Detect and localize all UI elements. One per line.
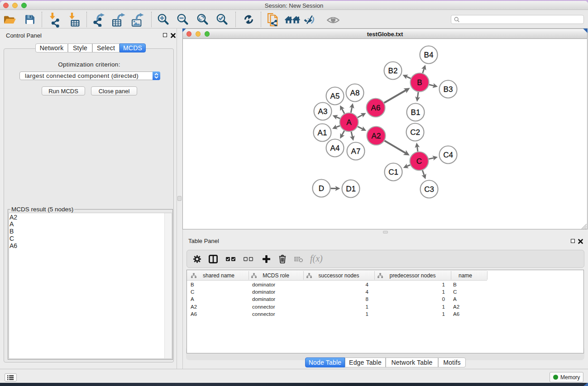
svg-text:A5: A5 xyxy=(330,92,340,100)
svg-text:A: A xyxy=(346,118,352,127)
svg-text:D: D xyxy=(319,184,324,193)
svg-text:B1: B1 xyxy=(411,108,421,117)
svg-text:A7: A7 xyxy=(351,147,361,156)
svg-text:C3: C3 xyxy=(424,185,434,194)
svg-text:B2: B2 xyxy=(388,67,398,75)
svg-text:B: B xyxy=(417,78,422,87)
svg-text:A1: A1 xyxy=(318,129,327,137)
svg-text:B4: B4 xyxy=(424,51,434,59)
svg-text:A3: A3 xyxy=(318,107,328,116)
svg-text:A2: A2 xyxy=(372,132,381,140)
svg-text:D1: D1 xyxy=(346,185,356,193)
svg-text:C4: C4 xyxy=(443,151,453,159)
svg-text:A4: A4 xyxy=(330,144,340,152)
svg-text:B3: B3 xyxy=(444,85,453,94)
svg-text:A6: A6 xyxy=(371,104,381,112)
svg-text:A8: A8 xyxy=(350,89,360,97)
svg-text:C2: C2 xyxy=(410,128,420,137)
svg-text:C1: C1 xyxy=(388,168,398,176)
svg-text:C: C xyxy=(416,157,422,166)
